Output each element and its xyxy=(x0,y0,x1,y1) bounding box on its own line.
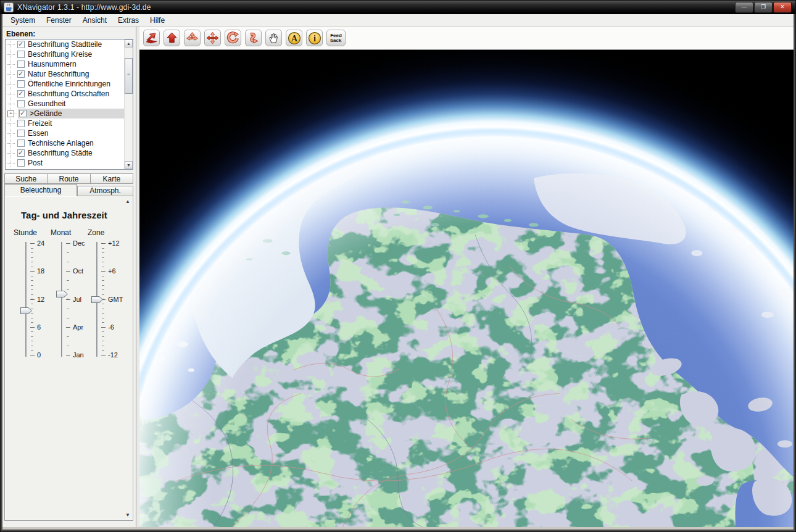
fly-up-button[interactable] xyxy=(164,30,180,46)
tree-line xyxy=(7,84,15,85)
menu-ansicht[interactable]: Ansicht xyxy=(77,15,112,26)
tree-line xyxy=(7,54,15,55)
month-slider[interactable]: Dec Oct Jul Apr Jan xyxy=(56,239,91,359)
feedback-button[interactable]: Feed back xyxy=(326,30,346,46)
scroll-up-icon[interactable]: ▲ xyxy=(125,39,133,48)
layer-row[interactable]: Post xyxy=(6,158,133,168)
fly-up-arrow-icon xyxy=(165,31,178,44)
layer-row[interactable]: Technische Anlagen xyxy=(6,138,133,148)
tab-row-1: Suche Route Karte xyxy=(4,173,133,184)
column-label-monat: Monat xyxy=(51,228,71,237)
drag-button[interactable] xyxy=(265,30,282,46)
layer-row[interactable]: Beschriftung Stadtteile xyxy=(6,39,133,49)
layer-row[interactable]: Natur Beschriftung xyxy=(6,69,133,79)
feedback-label: Feed back xyxy=(330,33,342,43)
s-curve-arrow-icon xyxy=(247,31,260,44)
layer-list-scrollbar[interactable]: ▲ ≡ ▼ xyxy=(124,39,133,169)
turn-button[interactable] xyxy=(245,30,262,46)
layer-row[interactable]: Essen xyxy=(6,128,133,138)
titlebar[interactable]: XNavigator 1.3.1 - http://www.gdi-3d.de … xyxy=(1,1,795,14)
slider-labels: Dec Oct Jul Apr Jan xyxy=(73,240,85,359)
layer-row[interactable]: Öffentliche Einrichtungen xyxy=(6,79,133,89)
tree-line xyxy=(7,133,15,134)
tab-beleuchtung[interactable]: Beleuchtung xyxy=(4,184,77,196)
layer-checkbox[interactable] xyxy=(17,120,25,127)
scroll-down-icon[interactable]: ▼ xyxy=(125,161,133,169)
panel-heading: Tag- und Jahreszeit xyxy=(21,210,107,220)
info-button[interactable]: i xyxy=(306,30,323,46)
menu-fenster[interactable]: Fenster xyxy=(41,15,77,26)
layer-row[interactable]: Beschriftung Kreise xyxy=(6,49,133,59)
hand-icon xyxy=(267,31,280,44)
layer-label: >Gelände xyxy=(30,109,62,118)
layers-sidebar: Ebenen: Beschriftung Stadtteile Beschrif… xyxy=(2,27,136,527)
layer-checkbox[interactable] xyxy=(17,139,25,147)
panel-scroll-down-icon[interactable]: ▼ xyxy=(125,512,130,518)
rotate-arrow-icon xyxy=(226,31,239,44)
layer-checkbox[interactable] xyxy=(17,41,25,48)
scrollbar-thumb[interactable]: ≡ xyxy=(125,58,133,94)
panel-scroll-up-icon[interactable]: ▲ xyxy=(125,199,130,204)
layer-checkbox[interactable] xyxy=(17,60,25,68)
pan-forward-button[interactable] xyxy=(184,30,201,46)
layer-checkbox[interactable] xyxy=(17,51,25,58)
tree-line xyxy=(7,44,15,45)
layer-row[interactable]: Beschriftung Ortschaften xyxy=(6,89,133,99)
layer-row[interactable]: Hausnummern xyxy=(6,59,133,69)
layer-label: Freizeit xyxy=(28,119,52,128)
layer-label: Technische Anlagen xyxy=(28,139,94,148)
layer-label: Essen xyxy=(28,129,48,138)
timezone-slider[interactable]: +12 +6 GMT -6 -12 xyxy=(91,239,126,359)
minimize-button[interactable]: — xyxy=(735,2,753,13)
window-title: XNavigator 1.3.1 - http://www.gdi-3d.de xyxy=(17,3,151,12)
menu-system[interactable]: System xyxy=(5,15,41,26)
maximize-button[interactable]: ❐ xyxy=(754,2,773,13)
tree-line xyxy=(7,163,15,164)
beleuchtung-panel: ▲ ▼ Tag- und Jahreszeit Stunde Monat Zon… xyxy=(4,196,133,521)
hour-slider[interactable]: 24 18 12 6 0 xyxy=(20,239,55,359)
tree-line xyxy=(7,123,15,124)
rotate-button[interactable] xyxy=(225,30,241,46)
layer-checkbox[interactable] xyxy=(17,149,25,157)
layer-checkbox[interactable] xyxy=(17,80,25,88)
layers-heading: Ebenen: xyxy=(6,30,35,38)
layer-label: Beschriftung Städte xyxy=(28,149,93,157)
layer-label: Öffentliche Einrichtungen xyxy=(28,80,110,88)
layer-checkbox[interactable] xyxy=(19,110,27,117)
layer-row[interactable]: Freizeit xyxy=(6,118,133,128)
layer-label: Beschriftung Kreise xyxy=(28,50,92,59)
menu-hilfe[interactable]: Hilfe xyxy=(144,15,170,26)
move-button[interactable] xyxy=(204,30,221,46)
close-button[interactable]: ✕ xyxy=(773,2,792,13)
window-bottom-frame xyxy=(2,527,794,530)
layer-checkbox[interactable] xyxy=(17,90,25,98)
layer-checkbox[interactable] xyxy=(17,159,25,167)
layer-row-gelaende[interactable]: + >Gelände xyxy=(6,109,133,118)
tree-line xyxy=(7,104,15,104)
menubar: System Fenster Ansicht Extras Hilfe xyxy=(2,14,794,27)
layer-label: Hausnummern xyxy=(28,60,77,69)
layer-checkbox[interactable] xyxy=(17,100,25,107)
fly-to-button[interactable] xyxy=(143,30,160,46)
tab-atmosph[interactable]: Atmosph. xyxy=(77,186,133,196)
application-window: XNavigator 1.3.1 - http://www.gdi-3d.de … xyxy=(0,0,796,532)
layer-checkbox[interactable] xyxy=(17,70,25,78)
map-3d-view[interactable] xyxy=(139,50,794,527)
labels-button[interactable]: A xyxy=(286,30,302,46)
layer-row[interactable]: Beschriftung Städte xyxy=(6,148,133,158)
layer-tree-list[interactable]: Beschriftung Stadtteile Beschriftung Kre… xyxy=(5,39,133,170)
tree-line xyxy=(7,153,15,154)
tab-karte[interactable]: Karte xyxy=(91,173,133,184)
menu-extras[interactable]: Extras xyxy=(112,15,144,26)
svg-text:A: A xyxy=(291,33,297,43)
layer-checkbox[interactable] xyxy=(17,130,25,137)
fly-down-arrow-icon xyxy=(145,31,158,44)
map-column: A i Feed back xyxy=(139,27,794,527)
four-way-arrow-icon xyxy=(206,31,219,44)
tree-expander-icon[interactable]: + xyxy=(7,110,14,117)
layer-row[interactable]: Gesundheit xyxy=(6,99,133,109)
tab-route[interactable]: Route xyxy=(48,173,90,184)
tab-suche[interactable]: Suche xyxy=(4,173,48,184)
layer-label: Beschriftung Ortschaften xyxy=(28,89,109,98)
layer-label: Post xyxy=(28,159,43,167)
